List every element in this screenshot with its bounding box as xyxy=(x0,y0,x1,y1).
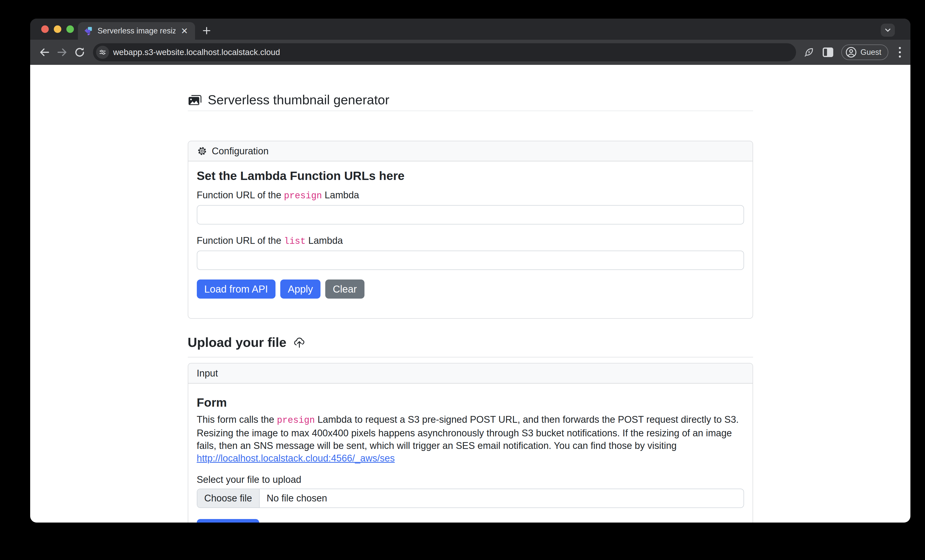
presign-code-inline: presign xyxy=(277,415,315,426)
performance-leaf-icon[interactable] xyxy=(803,47,815,58)
presign-code: presign xyxy=(284,191,322,201)
form-description: This form calls the presign Lambda to re… xyxy=(197,413,744,465)
divider xyxy=(188,111,753,111)
list-url-label: Function URL of the list Lambda xyxy=(197,235,744,247)
browser-tab[interactable]: Serverless image resizer ✕ xyxy=(78,22,195,40)
url-text: webapp.s3-website.localhost.localstack.c… xyxy=(113,48,280,57)
forward-button[interactable] xyxy=(54,45,70,60)
config-heading: Set the Lambda Function URLs here xyxy=(197,169,744,183)
input-card: Input Form This form calls the presign L… xyxy=(188,363,753,522)
tab-search-button[interactable] xyxy=(881,24,895,37)
upload-button[interactable]: Upload xyxy=(197,519,259,522)
browser-menu-button[interactable] xyxy=(896,47,904,57)
upload-section-heading: Upload your file xyxy=(188,335,286,350)
configuration-card-title: Configuration xyxy=(212,146,269,157)
form-heading: Form xyxy=(197,396,744,410)
divider xyxy=(188,357,753,357)
configuration-card-header: Configuration xyxy=(188,141,753,161)
side-panel-icon[interactable] xyxy=(822,47,834,57)
file-select-label: Select your file to upload xyxy=(197,474,744,485)
apply-button[interactable]: Apply xyxy=(280,280,321,299)
list-url-input[interactable] xyxy=(197,251,744,270)
clear-button[interactable]: Clear xyxy=(325,280,365,299)
address-bar[interactable]: webapp.s3-website.localhost.localstack.c… xyxy=(93,43,796,61)
images-icon xyxy=(188,93,202,106)
browser-toolbar: webapp.s3-website.localhost.localstack.c… xyxy=(30,40,910,65)
page-title: Serverless thumbnail generator xyxy=(208,92,390,107)
input-card-title: Input xyxy=(197,368,218,379)
minimize-window-button[interactable] xyxy=(54,26,61,33)
list-code: list xyxy=(284,236,306,247)
input-card-header: Input xyxy=(188,363,753,384)
reload-button[interactable] xyxy=(72,45,87,60)
window-controls xyxy=(41,26,74,33)
configuration-card: Configuration Set the Lambda Function UR… xyxy=(188,141,753,319)
browser-window: Serverless image resizer ✕ xyxy=(30,19,910,522)
presign-url-label: Function URL of the presign Lambda xyxy=(197,190,744,202)
close-window-button[interactable] xyxy=(41,26,49,33)
load-from-api-button[interactable]: Load from API xyxy=(197,280,276,299)
ses-link[interactable]: http://localhost.localstack.cloud:4566/_… xyxy=(197,453,395,464)
profile-label: Guest xyxy=(860,48,881,57)
toolbar-actions: Guest xyxy=(803,45,904,60)
profile-button[interactable]: Guest xyxy=(841,45,888,60)
favicon xyxy=(84,26,93,35)
presign-url-input[interactable] xyxy=(197,205,744,224)
file-input[interactable]: Choose file No file chosen xyxy=(197,489,744,508)
choose-file-button[interactable]: Choose file xyxy=(197,489,260,507)
maximize-window-button[interactable] xyxy=(66,26,74,33)
new-tab-button[interactable] xyxy=(201,25,212,36)
web-page: Serverless thumbnail generator Configura… xyxy=(30,65,910,522)
tab-close-icon[interactable]: ✕ xyxy=(180,27,189,35)
file-chosen-status: No file chosen xyxy=(260,489,334,507)
site-settings-icon[interactable] xyxy=(96,46,109,59)
gear-icon xyxy=(197,146,207,157)
tab-title: Serverless image resizer xyxy=(98,26,175,35)
cloud-upload-icon xyxy=(292,335,306,349)
tab-strip: Serverless image resizer ✕ xyxy=(30,19,910,40)
back-button[interactable] xyxy=(37,45,52,60)
